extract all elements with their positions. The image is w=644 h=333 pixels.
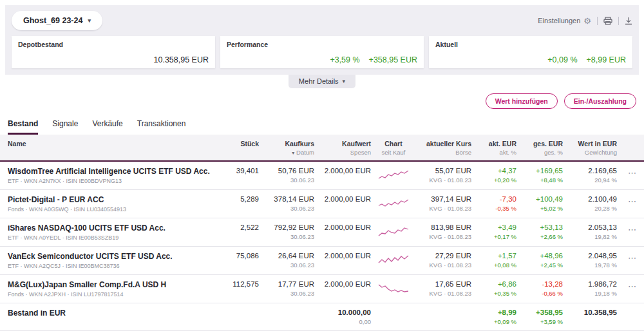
cell-kaufkurs: 26,64 EUR 30.06.23	[265, 252, 314, 269]
cell-wert: 2.169,65 20,94 %	[569, 167, 617, 184]
table-row: WisdomTree Artificial Intelligence UCITS…	[0, 162, 644, 190]
cell-kaufwert: 2.000,00 EUR	[321, 280, 371, 288]
cell-ges: -13,28 -0,66 %	[523, 280, 563, 297]
column-header-kaufwert[interactable]: Kaufwert Spesen	[321, 140, 371, 156]
cell-kurs: 397,14 EUR KVG · 01.08.23	[416, 195, 471, 212]
performance-value: +358,95 EUR	[369, 55, 417, 64]
cell-menu: ⋯	[623, 195, 636, 207]
asset-details: Fonds · WKN A0G5WQ · ISIN LU0340554913	[8, 206, 222, 213]
asset-name-link[interactable]: M&G(Lux)Japan Smaller Comp.Fd.A USD H	[8, 280, 222, 289]
summary-row-bestand: Bestand in EUR 10.000,00 0,00 +8,99 +0,0…	[0, 303, 644, 331]
cell-kurs: 27,29 EUR KVG · 01.08.23	[416, 252, 471, 269]
download-button[interactable]	[625, 17, 632, 25]
cell-kaufwert: 2.000,00 EUR	[321, 167, 371, 175]
topbar-tools: Einstellungen ⚙	[538, 16, 632, 26]
summary-cards: Depotbestand 10.358,95 EUR Performance +…	[12, 36, 632, 68]
column-header-ges[interactable]: ges. EUR ges. %	[523, 140, 563, 156]
download-icon	[625, 17, 632, 25]
column-header-stueck[interactable]: Stück	[228, 140, 259, 147]
cell-kaufwert: 2.000,00 EUR	[321, 195, 371, 203]
sparkline-chart	[377, 280, 410, 296]
row-menu-button[interactable]: ⋯	[628, 227, 636, 233]
card-depotbestand: Depotbestand 10.358,95 EUR	[12, 36, 215, 68]
depot-value: 10.358,95 EUR	[154, 55, 209, 64]
cell-stueck: 75,086	[228, 252, 259, 260]
depot-selector[interactable]: Ghost_69 23-24 ▾	[12, 11, 102, 30]
row-menu-button[interactable]: ⋯	[628, 283, 636, 290]
cell-menu: ⋯	[623, 167, 636, 178]
cell-ges: +48,96 +2,45 %	[523, 252, 563, 269]
deposit-withdraw-button[interactable]: Ein-/Auszahlung	[564, 93, 636, 109]
cell-akt: +1,57 +0,08 %	[478, 252, 516, 269]
table-row: M&G(Lux)Japan Smaller Comp.Fd.A USD H Fo…	[0, 275, 644, 303]
table-row: VanEck Semiconductor UCITS ETF USD Acc. …	[0, 247, 644, 275]
cell-kaufkurs: 17,77 EUR 30.06.23	[265, 280, 314, 297]
add-asset-button[interactable]: Wert hinzufügen	[486, 93, 558, 109]
divider	[597, 17, 598, 25]
chevron-down-icon: ▾	[88, 17, 91, 24]
column-header-akt[interactable]: akt. EUR akt. %	[478, 140, 516, 156]
cell-kaufkurs: 378,14 EUR 30.06.23	[265, 195, 314, 212]
topbar: Ghost_69 23-24 ▾ Einstellungen ⚙	[5, 5, 639, 75]
row-menu-button[interactable]: ⋯	[628, 255, 636, 262]
table-row: iShares NASDAQ-100 UCITS ETF USD Acc. ET…	[0, 218, 644, 247]
summary-akt: +8,99 +0,09 %	[478, 309, 516, 325]
cell-menu: ⋯	[623, 252, 636, 263]
cell-kurs: 17,65 EUR KVG · 01.08.23	[416, 280, 471, 297]
table-body: WisdomTree Artificial Intelligence UCITS…	[0, 162, 644, 303]
table-header: Name Stück Kaufkurs ▾ Datum Kaufwert Spe…	[0, 135, 644, 162]
print-button[interactable]	[603, 17, 612, 25]
sparkline-chart	[377, 195, 410, 211]
cell-menu: ⋯	[623, 224, 636, 235]
asset-name-link[interactable]: WisdomTree Artificial Intelligence UCITS…	[8, 167, 222, 176]
cell-ges: +53,13 +2,66 %	[523, 224, 563, 240]
sparkline-chart	[377, 167, 410, 182]
column-header-name[interactable]: Name	[8, 140, 222, 147]
sparkline-chart	[377, 252, 410, 267]
cell-ges: +169,65 +8,48 %	[523, 167, 563, 184]
tab-bestand[interactable]: Bestand	[8, 118, 38, 135]
card-label: Aktuell	[435, 41, 626, 48]
cell-kaufwert: 2.000,00 EUR	[321, 252, 371, 260]
asset-name-link[interactable]: Pictet-Digital - P EUR ACC	[8, 195, 222, 204]
cell-kurs: 813,98 EUR KVG · 01.08.23	[416, 224, 471, 240]
tab-transaktionen[interactable]: Transaktionen	[137, 118, 186, 135]
summary-kaufwert: 10.000,00 0,00	[321, 309, 371, 325]
column-header-kurs[interactable]: aktueller Kurs Börse	[416, 140, 471, 156]
card-label: Depotbestand	[18, 41, 209, 48]
cell-wert: 2.100,49 20,28 %	[569, 195, 617, 212]
action-buttons: Wert hinzufügen Ein-/Auszahlung	[8, 93, 636, 109]
card-aktuell: Aktuell +0,09 % +8,99 EUR	[429, 36, 632, 68]
tab-signale[interactable]: Signale	[52, 118, 78, 135]
row-menu-button[interactable]: ⋯	[628, 170, 636, 176]
sort-icon: ▾	[292, 150, 294, 156]
portfolio-page: Ghost_69 23-24 ▾ Einstellungen ⚙	[0, 5, 644, 333]
more-details-button[interactable]: Mehr Details ▾	[289, 75, 355, 88]
tabs: Bestand Signale Verkäufe Transaktionen	[8, 118, 636, 135]
column-header-kaufkurs[interactable]: Kaufkurs ▾ Datum	[265, 140, 314, 156]
row-menu-button[interactable]: ⋯	[628, 198, 636, 205]
settings-link[interactable]: Einstellungen ⚙	[538, 16, 591, 26]
settings-label: Einstellungen	[538, 17, 580, 24]
summary-wert: 10.358,95	[569, 309, 617, 316]
column-header-wert[interactable]: Wert in EUR Gewichtung	[569, 140, 617, 156]
cell-kaufkurs: 792,92 EUR 30.06.23	[265, 224, 314, 240]
cell-wert: 2.048,95 19,78 %	[569, 252, 617, 269]
printer-icon	[603, 17, 612, 25]
cell-wert: 2.053,13 19,82 %	[569, 224, 617, 240]
cell-kaufwert: 2.000,00 EUR	[321, 224, 371, 231]
cell-akt: +3,49 +0,17 %	[478, 224, 516, 240]
column-header-chart[interactable]: Chart seit Kauf	[377, 140, 410, 156]
today-percent: +0,09 %	[547, 55, 577, 64]
cell-wert: 1.986,72 19,18 %	[569, 280, 617, 297]
today-value: +8,99 EUR	[587, 55, 627, 64]
gear-icon: ⚙	[583, 16, 591, 26]
sparkline-chart	[377, 224, 410, 239]
cell-stueck: 2,522	[228, 224, 259, 231]
asset-name-link[interactable]: iShares NASDAQ-100 UCITS ETF USD Acc.	[8, 224, 222, 233]
asset-name-link[interactable]: VanEck Semiconductor UCITS ETF USD Acc.	[8, 252, 222, 261]
card-performance: Performance +3,59 % +358,95 EUR	[220, 36, 424, 68]
tab-verkaeufe[interactable]: Verkäufe	[92, 118, 122, 135]
more-details-label: Mehr Details	[299, 77, 339, 85]
asset-details: Fonds · WKN A2JPXH · ISIN LU1797817514	[8, 291, 222, 298]
